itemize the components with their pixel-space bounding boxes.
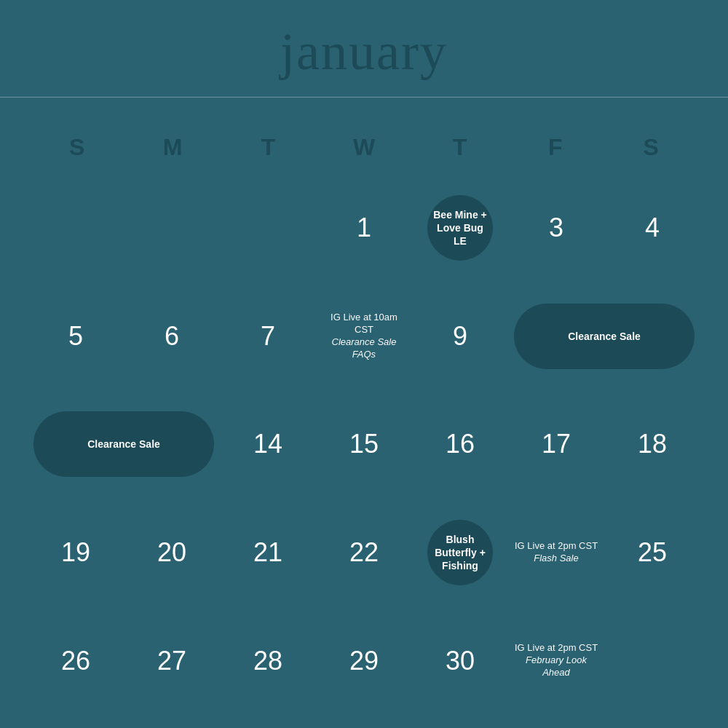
cell-day-29: 29	[317, 608, 411, 713]
date-27: 27	[157, 646, 186, 676]
cell-day-14: 14	[221, 392, 314, 497]
cell-day-5: 5	[29, 284, 122, 389]
cell-day-31-event: IG Live at 2pm CSTFebruary Look Ahead	[510, 608, 603, 713]
day-header-sun: S	[29, 127, 124, 168]
blush-butterfly-text: Blush Butterfly + Fishing	[433, 533, 487, 573]
date-26: 26	[61, 646, 90, 676]
cell-day-24-event: IG Live at 2pm CSTFlash Sale	[510, 500, 603, 606]
date-17: 17	[542, 429, 571, 459]
ig-live-3-text: IG Live at 2pm CSTFebruary Look Ahead	[514, 642, 598, 679]
date-21: 21	[253, 537, 282, 568]
date-15: 15	[349, 429, 379, 459]
date-25: 25	[638, 537, 667, 568]
date-1: 1	[357, 213, 371, 243]
date-7: 7	[261, 321, 275, 352]
date-20: 20	[157, 537, 186, 568]
cell-day-22: 22	[317, 500, 411, 606]
cell-day-8-event: IG Live at 10am CSTClearance Sale FAQs	[317, 284, 411, 389]
cell-day-30: 30	[414, 608, 507, 713]
cell-clearance-sale-2: Clearance Sale	[29, 392, 218, 497]
cell-day-16: 16	[414, 392, 507, 497]
cell-day-25: 25	[606, 500, 699, 606]
cell-empty-2	[125, 175, 218, 281]
calendar-body: S M T W T F S 1 Bee Mine + Love Bug LE	[0, 98, 728, 728]
clearance-sale-text-1: Clearance Sale	[568, 330, 641, 343]
cell-day-23-event: Blush Butterfly + Fishing	[414, 500, 507, 606]
cell-clearance-sale-1: Clearance Sale	[510, 284, 699, 389]
calendar-header: january	[0, 0, 728, 98]
month-title: january	[0, 22, 728, 82]
cell-day-21: 21	[221, 500, 314, 606]
clearance-sale-bubble-1: Clearance Sale	[514, 304, 695, 369]
date-22: 22	[349, 537, 379, 568]
cell-day-9: 9	[414, 284, 507, 389]
day-header-wed: W	[316, 127, 411, 168]
cell-day-4: 4	[606, 175, 699, 281]
date-3: 3	[549, 213, 563, 243]
date-19: 19	[61, 537, 90, 568]
cell-day-1: 1	[317, 175, 411, 281]
blush-butterfly-bubble: Blush Butterfly + Fishing	[427, 520, 493, 585]
date-6: 6	[165, 321, 179, 352]
date-4: 4	[645, 213, 660, 243]
clearance-sale-text-2: Clearance Sale	[87, 438, 160, 451]
date-14: 14	[253, 429, 282, 459]
cell-day-7: 7	[221, 284, 314, 389]
date-16: 16	[446, 429, 475, 459]
day-header-mon: M	[124, 127, 220, 168]
date-5: 5	[68, 321, 83, 352]
cell-empty-last	[606, 608, 699, 713]
cell-day-18: 18	[606, 392, 699, 497]
cell-day-28: 28	[221, 608, 314, 713]
clearance-sale-bubble-2: Clearance Sale	[33, 411, 214, 477]
cell-day-26: 26	[29, 608, 122, 713]
ig-live-1-text: IG Live at 10am CSTClearance Sale FAQs	[322, 312, 406, 361]
cell-day-6: 6	[125, 284, 218, 389]
bee-mine-text: Bee Mine + Love Bug LE	[433, 208, 487, 248]
ig-live-2-text: IG Live at 2pm CSTFlash Sale	[515, 540, 598, 565]
day-header-tue: T	[221, 127, 316, 168]
date-30: 30	[446, 646, 475, 676]
day-header-sat: S	[604, 127, 699, 168]
day-headers: S M T W T F S	[29, 127, 699, 168]
calendar-grid: 1 Bee Mine + Love Bug LE 3 4 5 6	[29, 175, 699, 713]
calendar-container: january S M T W T F S 1	[0, 0, 728, 728]
cell-day-15: 15	[317, 392, 411, 497]
bee-mine-bubble: Bee Mine + Love Bug LE	[427, 195, 493, 261]
date-9: 9	[453, 321, 467, 352]
cell-day-3: 3	[510, 175, 603, 281]
cell-empty-1	[29, 175, 122, 281]
cell-day-19: 19	[29, 500, 122, 606]
cell-day-17: 17	[510, 392, 603, 497]
date-28: 28	[253, 646, 282, 676]
cell-day-2-event: Bee Mine + Love Bug LE	[414, 175, 507, 281]
day-header-thu: T	[412, 127, 507, 168]
date-18: 18	[638, 429, 667, 459]
cell-day-20: 20	[125, 500, 218, 606]
cell-empty-3	[221, 175, 314, 281]
date-29: 29	[349, 646, 379, 676]
cell-day-27: 27	[125, 608, 218, 713]
day-header-fri: F	[507, 127, 603, 168]
